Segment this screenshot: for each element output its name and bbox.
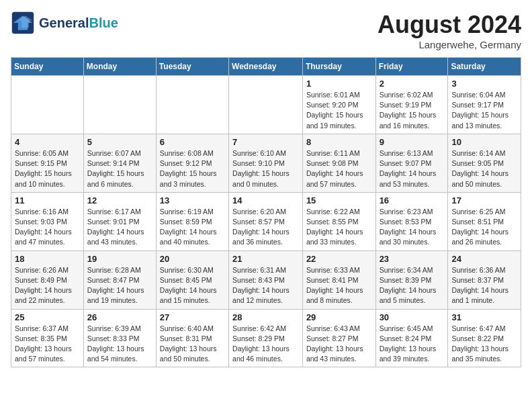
page-header: GeneralBlue August 2024 Langerwehe, Germ… bbox=[11, 11, 521, 50]
day-info: Sunrise: 6:25 AM Sunset: 8:51 PM Dayligh… bbox=[451, 207, 517, 248]
calendar-cell: 28Sunrise: 6:42 AM Sunset: 8:29 PM Dayli… bbox=[229, 309, 303, 367]
day-info: Sunrise: 6:04 AM Sunset: 9:17 PM Dayligh… bbox=[451, 90, 517, 131]
calendar-cell: 23Sunrise: 6:34 AM Sunset: 8:39 PM Dayli… bbox=[375, 250, 448, 309]
calendar-cell: 15Sunrise: 6:22 AM Sunset: 8:55 PM Dayli… bbox=[302, 192, 375, 250]
day-number: 9 bbox=[380, 137, 445, 147]
day-info: Sunrise: 6:10 AM Sunset: 9:10 PM Dayligh… bbox=[232, 148, 299, 189]
day-number: 19 bbox=[87, 254, 152, 264]
day-number: 22 bbox=[306, 254, 372, 264]
logo: GeneralBlue bbox=[11, 11, 118, 35]
day-number: 12 bbox=[87, 195, 152, 205]
day-number: 8 bbox=[306, 137, 372, 147]
weekday-header-friday: Friday bbox=[375, 58, 448, 76]
day-number: 7 bbox=[232, 137, 299, 147]
day-info: Sunrise: 6:39 AM Sunset: 8:33 PM Dayligh… bbox=[87, 324, 152, 365]
day-number: 15 bbox=[306, 195, 372, 205]
day-info: Sunrise: 6:16 AM Sunset: 9:03 PM Dayligh… bbox=[15, 207, 80, 248]
weekday-header-thursday: Thursday bbox=[302, 58, 375, 76]
day-number: 23 bbox=[380, 254, 445, 264]
weekday-header-saturday: Saturday bbox=[448, 58, 521, 76]
location: Langerwehe, Germany bbox=[378, 39, 521, 50]
day-number: 30 bbox=[380, 312, 445, 322]
day-info: Sunrise: 6:05 AM Sunset: 9:15 PM Dayligh… bbox=[15, 148, 80, 189]
day-info: Sunrise: 6:28 AM Sunset: 8:47 PM Dayligh… bbox=[87, 265, 152, 306]
day-info: Sunrise: 6:42 AM Sunset: 8:29 PM Dayligh… bbox=[232, 324, 299, 365]
day-number: 13 bbox=[160, 195, 225, 205]
calendar-cell: 27Sunrise: 6:40 AM Sunset: 8:31 PM Dayli… bbox=[156, 309, 228, 367]
day-info: Sunrise: 6:22 AM Sunset: 8:55 PM Dayligh… bbox=[306, 207, 372, 248]
calendar-cell: 8Sunrise: 6:11 AM Sunset: 9:08 PM Daylig… bbox=[302, 134, 375, 192]
calendar-cell: 22Sunrise: 6:33 AM Sunset: 8:41 PM Dayli… bbox=[302, 250, 375, 309]
calendar-cell: 11Sunrise: 6:16 AM Sunset: 9:03 PM Dayli… bbox=[11, 192, 84, 250]
month-title: August 2024 bbox=[378, 11, 521, 39]
calendar-cell: 4Sunrise: 6:05 AM Sunset: 9:15 PM Daylig… bbox=[11, 134, 84, 192]
day-info: Sunrise: 6:14 AM Sunset: 9:05 PM Dayligh… bbox=[451, 148, 517, 189]
calendar-cell: 1Sunrise: 6:01 AM Sunset: 9:20 PM Daylig… bbox=[302, 76, 375, 134]
day-number: 27 bbox=[160, 312, 225, 322]
day-number: 18 bbox=[15, 254, 80, 264]
day-number: 29 bbox=[306, 312, 372, 322]
calendar-cell: 30Sunrise: 6:45 AM Sunset: 8:24 PM Dayli… bbox=[375, 309, 448, 367]
calendar-cell: 25Sunrise: 6:37 AM Sunset: 8:35 PM Dayli… bbox=[11, 309, 84, 367]
calendar-cell: 9Sunrise: 6:13 AM Sunset: 9:07 PM Daylig… bbox=[375, 134, 448, 192]
day-info: Sunrise: 6:23 AM Sunset: 8:53 PM Dayligh… bbox=[380, 207, 445, 248]
calendar-cell bbox=[229, 76, 303, 134]
day-info: Sunrise: 6:37 AM Sunset: 8:35 PM Dayligh… bbox=[15, 324, 80, 365]
calendar-week-row: 1Sunrise: 6:01 AM Sunset: 9:20 PM Daylig… bbox=[11, 76, 521, 134]
title-block: August 2024 Langerwehe, Germany bbox=[378, 11, 521, 50]
calendar-cell: 6Sunrise: 6:08 AM Sunset: 9:12 PM Daylig… bbox=[156, 134, 228, 192]
calendar-cell: 3Sunrise: 6:04 AM Sunset: 9:17 PM Daylig… bbox=[448, 76, 521, 134]
logo-text-general: General bbox=[39, 15, 89, 30]
calendar-cell: 24Sunrise: 6:36 AM Sunset: 8:37 PM Dayli… bbox=[448, 250, 521, 309]
calendar-cell: 14Sunrise: 6:20 AM Sunset: 8:57 PM Dayli… bbox=[229, 192, 303, 250]
day-info: Sunrise: 6:02 AM Sunset: 9:19 PM Dayligh… bbox=[380, 90, 445, 131]
calendar-cell: 26Sunrise: 6:39 AM Sunset: 8:33 PM Dayli… bbox=[83, 309, 156, 367]
calendar-cell: 13Sunrise: 6:19 AM Sunset: 8:59 PM Dayli… bbox=[156, 192, 228, 250]
calendar-cell: 31Sunrise: 6:47 AM Sunset: 8:22 PM Dayli… bbox=[448, 309, 521, 367]
day-number: 14 bbox=[232, 195, 299, 205]
day-info: Sunrise: 6:34 AM Sunset: 8:39 PM Dayligh… bbox=[380, 265, 445, 306]
calendar-cell: 10Sunrise: 6:14 AM Sunset: 9:05 PM Dayli… bbox=[448, 134, 521, 192]
weekday-header-monday: Monday bbox=[83, 58, 156, 76]
day-info: Sunrise: 6:13 AM Sunset: 9:07 PM Dayligh… bbox=[380, 148, 445, 189]
day-number: 24 bbox=[451, 254, 517, 264]
weekday-header-sunday: Sunday bbox=[11, 58, 84, 76]
calendar-cell: 5Sunrise: 6:07 AM Sunset: 9:14 PM Daylig… bbox=[83, 134, 156, 192]
calendar-cell: 2Sunrise: 6:02 AM Sunset: 9:19 PM Daylig… bbox=[375, 76, 448, 134]
day-info: Sunrise: 6:47 AM Sunset: 8:22 PM Dayligh… bbox=[451, 324, 517, 365]
day-number: 6 bbox=[160, 137, 225, 147]
day-info: Sunrise: 6:19 AM Sunset: 8:59 PM Dayligh… bbox=[160, 207, 225, 248]
calendar-cell: 21Sunrise: 6:31 AM Sunset: 8:43 PM Dayli… bbox=[229, 250, 303, 309]
calendar-cell: 17Sunrise: 6:25 AM Sunset: 8:51 PM Dayli… bbox=[448, 192, 521, 250]
day-number: 10 bbox=[451, 137, 517, 147]
calendar-week-row: 11Sunrise: 6:16 AM Sunset: 9:03 PM Dayli… bbox=[11, 192, 521, 250]
day-number: 1 bbox=[306, 79, 372, 89]
day-number: 16 bbox=[380, 195, 445, 205]
day-info: Sunrise: 6:17 AM Sunset: 9:01 PM Dayligh… bbox=[87, 207, 152, 248]
day-info: Sunrise: 6:01 AM Sunset: 9:20 PM Dayligh… bbox=[306, 90, 372, 131]
weekday-header-row: SundayMondayTuesdayWednesdayThursdayFrid… bbox=[11, 58, 521, 76]
calendar-cell: 19Sunrise: 6:28 AM Sunset: 8:47 PM Dayli… bbox=[83, 250, 156, 309]
day-info: Sunrise: 6:45 AM Sunset: 8:24 PM Dayligh… bbox=[380, 324, 445, 365]
calendar-cell bbox=[83, 76, 156, 134]
day-info: Sunrise: 6:07 AM Sunset: 9:14 PM Dayligh… bbox=[87, 148, 152, 189]
day-number: 17 bbox=[451, 195, 517, 205]
calendar-cell: 20Sunrise: 6:30 AM Sunset: 8:45 PM Dayli… bbox=[156, 250, 228, 309]
calendar-cell bbox=[156, 76, 228, 134]
logo-icon bbox=[11, 11, 35, 35]
day-number: 28 bbox=[232, 312, 299, 322]
calendar-table: SundayMondayTuesdayWednesdayThursdayFrid… bbox=[11, 57, 521, 367]
day-info: Sunrise: 6:31 AM Sunset: 8:43 PM Dayligh… bbox=[232, 265, 299, 306]
day-number: 25 bbox=[15, 312, 80, 322]
day-info: Sunrise: 6:40 AM Sunset: 8:31 PM Dayligh… bbox=[160, 324, 225, 365]
day-info: Sunrise: 6:43 AM Sunset: 8:27 PM Dayligh… bbox=[306, 324, 372, 365]
day-info: Sunrise: 6:36 AM Sunset: 8:37 PM Dayligh… bbox=[451, 265, 517, 306]
weekday-header-wednesday: Wednesday bbox=[229, 58, 303, 76]
day-number: 3 bbox=[451, 79, 517, 89]
calendar-week-row: 4Sunrise: 6:05 AM Sunset: 9:15 PM Daylig… bbox=[11, 134, 521, 192]
calendar-week-row: 18Sunrise: 6:26 AM Sunset: 8:49 PM Dayli… bbox=[11, 250, 521, 309]
day-number: 26 bbox=[87, 312, 152, 322]
day-number: 5 bbox=[87, 137, 152, 147]
calendar-cell bbox=[11, 76, 84, 134]
day-number: 11 bbox=[15, 195, 80, 205]
